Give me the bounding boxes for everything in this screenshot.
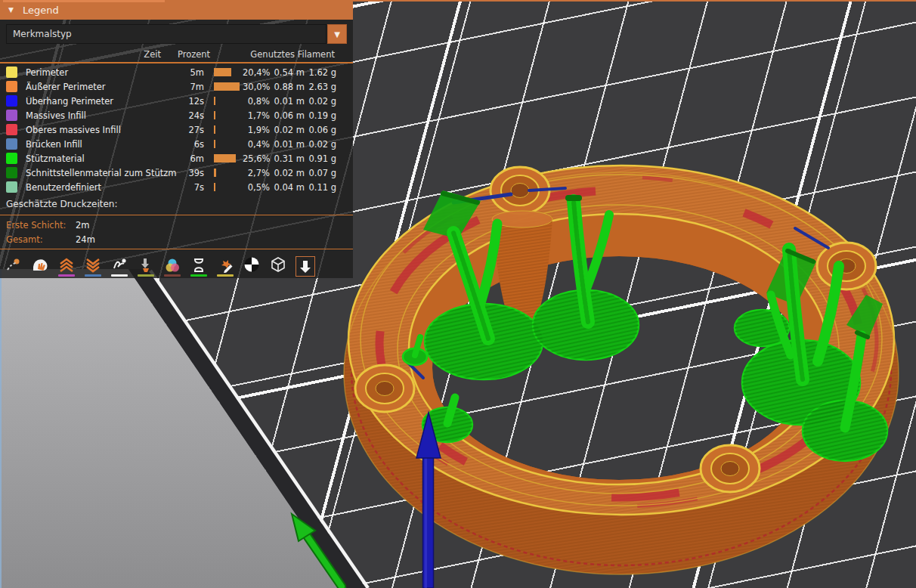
estimated-label: Erste Schicht:: [6, 220, 76, 231]
feature-color-swatch: [6, 110, 17, 121]
estimated-time-row: Erste Schicht: 2m: [0, 218, 353, 232]
percent-bar: [214, 140, 215, 148]
feature-used-length: 0.88 m: [270, 82, 305, 92]
feature-color-swatch: [6, 167, 17, 178]
pause-prints-icon[interactable]: [190, 255, 208, 277]
ring-boss-left: [355, 365, 414, 412]
wipe-icon[interactable]: [31, 255, 49, 277]
feature-label: Brücken Infill: [26, 139, 177, 150]
legend-header-highlight: [3, 0, 165, 2]
feature-label: Äußerer Perimeter: [26, 82, 177, 92]
legend-panel: ▼ Legend Merkmalstyp ▼ Zeit Prozent Genu…: [0, 0, 353, 278]
estimated-time-row: Gesamt: 24m: [0, 232, 353, 246]
slicer-preview-window: { "legend": { "title": "Legend", "collap…: [0, 0, 916, 588]
deretractions-icon[interactable]: [84, 255, 102, 277]
feature-used-weight: 0.19 g: [305, 110, 336, 121]
percent-bar-cell: [214, 154, 243, 162]
view-type-dropdown-button[interactable]: ▼: [327, 24, 347, 44]
legend-row: Massives Infill24s1,7%0.06 m0.19 g: [0, 108, 353, 122]
percent-bar: [214, 183, 215, 191]
feature-used-length: 0.02 m: [270, 168, 305, 178]
percent-bar: [214, 154, 236, 162]
collapse-triangle-icon[interactable]: ▼: [8, 6, 14, 14]
feature-percent: 1,9%: [243, 125, 270, 135]
percent-bar-cell: [214, 169, 243, 177]
legend-rows: Perimeter5m20,4%0.54 m1.62 gÄußerer Peri…: [0, 63, 353, 194]
feature-used-length: 0.01 m: [270, 139, 305, 150]
legend-toolbar: [0, 252, 353, 277]
legend-row: Überhang Perimeter12s0,8%0.01 m0.02 g: [0, 94, 353, 108]
feature-label: Oberes massives Infill: [26, 125, 177, 135]
travel-icon[interactable]: [5, 255, 23, 277]
feature-used-weight: 0.02 g: [305, 139, 336, 150]
percent-bar: [214, 125, 215, 134]
feature-used-length: 0.04 m: [270, 182, 305, 193]
ring-boss-bottom: [701, 445, 760, 492]
feature-color-swatch: [6, 153, 17, 164]
feature-color-swatch: [6, 67, 17, 78]
column-header-percent: Prozent: [161, 49, 227, 60]
retractions-icon[interactable]: [57, 255, 76, 277]
ring-boss-right: [817, 243, 876, 289]
feature-used-weight: 1.62 g: [305, 67, 336, 78]
seams-icon[interactable]: [110, 255, 128, 277]
percent-bar: [214, 97, 215, 105]
feature-time: 6s: [177, 139, 204, 150]
estimated-times-heading: Geschätzte Druckzeiten:: [0, 194, 353, 212]
estimated-value: 2m: [76, 220, 90, 231]
legend-row: Benutzerdefiniert7s0,5%0.04 m0.11 g: [0, 180, 353, 194]
percent-bar: [214, 111, 215, 119]
color-changes-icon[interactable]: [163, 255, 181, 277]
separator: [0, 215, 353, 215]
feature-used-weight: 0.91 g: [305, 153, 336, 164]
feature-used-length: 0.54 m: [270, 67, 305, 78]
feature-color-swatch: [6, 138, 17, 150]
feature-percent: 30,0%: [243, 82, 270, 92]
feature-percent: 2,7%: [243, 168, 270, 178]
shells-icon[interactable]: [269, 255, 287, 277]
percent-bar-cell: [214, 82, 243, 91]
feature-percent: 25,6%: [243, 153, 270, 164]
separator: [0, 249, 353, 249]
tool-changes-icon[interactable]: [137, 255, 155, 277]
estimated-times-list: Erste Schicht: 2m Gesamt: 24m: [0, 218, 353, 246]
percent-bar: [214, 68, 231, 76]
center-of-mass-icon[interactable]: [243, 255, 261, 277]
legend-row: Schnittstellenmaterial zum Stützmaterial…: [0, 166, 353, 180]
marker-icon[interactable]: [296, 256, 315, 277]
percent-bar: [214, 169, 216, 177]
feature-time: 27s: [177, 125, 204, 135]
feature-used-weight: 0.06 g: [305, 125, 336, 135]
chevron-down-icon: ▼: [334, 30, 340, 39]
feature-percent: 20,4%: [243, 67, 270, 78]
legend-header[interactable]: ▼ Legend: [0, 0, 353, 20]
feature-used-length: 0.06 m: [270, 110, 305, 121]
legend-row: Perimeter5m20,4%0.54 m1.62 g: [0, 65, 353, 79]
feature-label: Benutzerdefiniert: [26, 182, 177, 193]
feature-time: 7m: [177, 82, 204, 92]
legend-column-headers: Zeit Prozent Genutztes Filament: [0, 47, 353, 62]
feature-used-weight: 0.07 g: [305, 168, 336, 178]
feature-time: 39s: [177, 168, 204, 178]
estimated-label: Gesamt:: [6, 234, 76, 245]
feature-color-swatch: [6, 181, 17, 193]
viewport-left-border: [0, 269, 2, 588]
custom-gcodes-icon[interactable]: [216, 255, 234, 277]
column-header-time: Zeit: [134, 49, 161, 60]
percent-bar: [214, 82, 240, 91]
feature-label: Stützmaterial: [26, 153, 177, 164]
feature-used-length: 0.31 m: [270, 153, 305, 164]
feature-label: Überhang Perimeter: [26, 96, 177, 107]
view-type-select[interactable]: Merkmalstyp: [6, 24, 326, 44]
legend-title: Legend: [23, 5, 59, 16]
feature-label: Perimeter: [26, 67, 177, 78]
feature-used-length: 0.01 m: [270, 96, 305, 107]
column-header-filament: Genutztes Filament: [227, 49, 347, 60]
feature-time: 7s: [177, 182, 204, 193]
feature-time: 12s: [177, 96, 204, 107]
feature-used-weight: 2.63 g: [305, 82, 336, 92]
feature-percent: 0,8%: [243, 96, 270, 107]
feature-color-swatch: [6, 81, 17, 92]
feature-color-swatch: [6, 95, 17, 107]
legend-row: Äußerer Perimeter7m30,0%0.88 m2.63 g: [0, 79, 353, 94]
